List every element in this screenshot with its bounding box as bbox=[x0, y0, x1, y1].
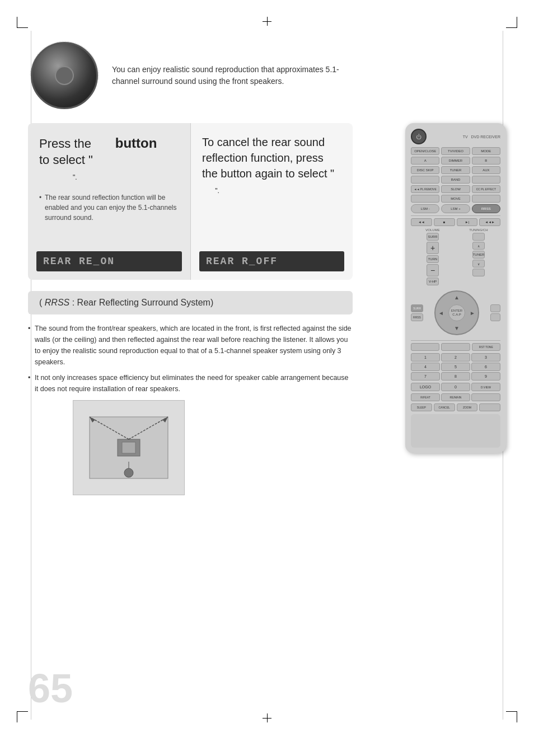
dview-btn[interactable]: D.VIEW bbox=[471, 383, 500, 391]
rear-on-display: REAR RE_ON bbox=[36, 251, 182, 271]
nav-down-arrow[interactable]: ▼ bbox=[454, 325, 460, 331]
ff-btn[interactable]: ◄◄► bbox=[479, 218, 500, 226]
num-4[interactable]: 4 bbox=[411, 363, 440, 371]
select-quote-small: ". bbox=[56, 173, 77, 181]
cancel-title-text: To cancel the rear sound reflection func… bbox=[202, 136, 334, 180]
remote-power-button[interactable]: ⏻ bbox=[411, 129, 427, 144]
dvd-transport-row: ◄◄ ■ ►| ◄◄► bbox=[411, 218, 500, 226]
num-9[interactable]: 9 bbox=[471, 372, 500, 381]
btn-extra[interactable] bbox=[471, 393, 500, 401]
num-8[interactable]: 8 bbox=[441, 372, 470, 381]
crosshair-top bbox=[263, 17, 271, 26]
rrss-abbr: RRSS bbox=[45, 298, 69, 307]
main-content: Press the button to select " ". The rear… bbox=[28, 123, 353, 495]
remote-top: ⏻ TV DVD RECEIVER bbox=[411, 129, 500, 144]
rfeat-btn[interactable]: R/FEAT bbox=[411, 393, 440, 401]
aux-btn[interactable]: AUX bbox=[472, 166, 500, 174]
rst-tone-btn[interactable]: RST TONE bbox=[472, 343, 500, 351]
rst-btn[interactable] bbox=[411, 343, 439, 351]
nav-right-btn1[interactable] bbox=[490, 304, 500, 312]
rear-off-display: REAR R_OFF bbox=[199, 251, 344, 271]
btn-blank4 bbox=[472, 195, 500, 203]
nav-circle-outer[interactable]: ▲ ▼ ◄ ► ENTERC.A.P bbox=[434, 290, 479, 335]
right-nav-area bbox=[490, 304, 500, 321]
turn-vol-btn[interactable]: TURN bbox=[427, 255, 439, 263]
corner-mark-br bbox=[506, 711, 517, 722]
vol-up-btn[interactable]: + bbox=[427, 242, 439, 254]
surr-btn[interactable]: SURR bbox=[427, 233, 439, 241]
band-btn[interactable]: BAND bbox=[441, 176, 470, 184]
speaker-logo bbox=[31, 42, 98, 109]
nav-up-arrow[interactable]: ▲ bbox=[454, 294, 460, 300]
rst-mid-btn[interactable] bbox=[441, 343, 470, 351]
zoom-btn[interactable]: ZOOM bbox=[457, 403, 478, 411]
to-select-text: to select " bbox=[39, 153, 93, 167]
num-1[interactable]: 1 bbox=[411, 353, 440, 361]
nav-area: SURR RRSS ▲ ▼ ◄ ► ENTERC.A.P bbox=[411, 288, 500, 338]
move-btn[interactable]: MOVE bbox=[441, 195, 470, 203]
lsm-minus-btn[interactable]: LSM - bbox=[411, 204, 439, 213]
num-5[interactable]: 5 bbox=[441, 363, 470, 371]
tv-video-btn[interactable]: TV/VIDEO bbox=[441, 147, 470, 155]
rrss-bullet-1: The sound from the front/rear speakers, … bbox=[28, 323, 353, 368]
sleep-btn[interactable]: SLEEP bbox=[411, 403, 432, 411]
speaker-diagram bbox=[73, 400, 185, 495]
volume-label: VOLUME bbox=[411, 228, 455, 232]
corner-mark-bl bbox=[17, 711, 28, 722]
tuning-down-btn[interactable]: ∨ bbox=[472, 260, 485, 267]
mode-btn[interactable]: MODE bbox=[472, 147, 500, 155]
surr-left-btn[interactable]: SURR bbox=[411, 304, 423, 312]
dimmer-btn[interactable]: DIMMER bbox=[441, 157, 470, 165]
nav-right-arrow[interactable]: ► bbox=[470, 310, 475, 316]
cancel-btn[interactable]: CANCEL bbox=[434, 403, 455, 411]
btn-b[interactable]: B bbox=[472, 157, 500, 165]
num-6[interactable]: 6 bbox=[471, 363, 500, 371]
pl-remove-btn[interactable]: ◄◄ PL REMOVE bbox=[411, 185, 439, 193]
tuning-blank-bot bbox=[472, 269, 485, 276]
cc-pl-effect-btn[interactable]: CC PL EFFECT bbox=[472, 185, 500, 193]
slow-btn[interactable]: SLOW bbox=[441, 185, 470, 193]
remote-row-2: A DIMMER B bbox=[411, 157, 500, 165]
logo-btn[interactable]: LOGO bbox=[411, 383, 440, 391]
rrss-left-btn[interactable]: RRSS bbox=[411, 313, 423, 321]
tuning-buttons: ∧ TUNER ∨ bbox=[457, 233, 500, 276]
press-button-heading: Press the button to select " ". bbox=[39, 134, 179, 184]
rrss-btn[interactable]: RRSS bbox=[472, 204, 500, 213]
surr-area: SURR RRSS bbox=[411, 304, 423, 321]
v-hp-btn[interactable]: V-HP bbox=[427, 278, 439, 285]
play-btn[interactable]: ►| bbox=[457, 218, 478, 226]
tuning-up-btn[interactable]: ∧ bbox=[472, 242, 485, 250]
tuning-label-area: TUNING/CH ∧ TUNER ∨ bbox=[457, 228, 500, 285]
mutelike-btn[interactable] bbox=[479, 403, 500, 411]
speaker-section: 0101010101011010101010101010101010101010… bbox=[28, 39, 353, 112]
btn-blank2 bbox=[472, 176, 500, 184]
num-7[interactable]: 7 bbox=[411, 372, 440, 381]
open-close-btn[interactable]: OPEN/CLOSE bbox=[411, 147, 439, 155]
tuner-btn[interactable]: TUNER bbox=[441, 166, 470, 174]
rear-sound-bullet: The rear sound reflection function will … bbox=[39, 192, 179, 223]
num-3[interactable]: 3 bbox=[471, 353, 500, 361]
stop-btn[interactable]: ■ bbox=[434, 218, 455, 226]
remain-btn[interactable]: RE/MAIN bbox=[441, 393, 470, 401]
nav-left-arrow[interactable]: ◄ bbox=[438, 310, 444, 316]
enter-button[interactable]: ENTERC.A.P bbox=[448, 304, 465, 321]
vol-down-btn[interactable]: − bbox=[427, 264, 439, 276]
tuner-set-btn[interactable]: TUNER bbox=[472, 251, 485, 259]
cancel-quote: ". bbox=[208, 187, 219, 195]
remote-divider-2 bbox=[411, 340, 500, 341]
rrss-title: ( RRSS : Rear Reflecting Surround System… bbox=[39, 298, 341, 308]
rewind-btn[interactable]: ◄◄ bbox=[411, 218, 432, 226]
lsm-plus-btn[interactable]: LSM + bbox=[441, 204, 470, 213]
nav-right-btn2[interactable] bbox=[490, 313, 500, 321]
remote-row-6: MOVE bbox=[411, 195, 500, 203]
num-0[interactable]: 0 bbox=[441, 383, 470, 391]
cancel-title: To cancel the rear sound reflection func… bbox=[202, 134, 341, 197]
num-2[interactable]: 2 bbox=[441, 353, 470, 361]
remote-section: ⏻ TV DVD RECEIVER OPEN/CLOSE TV/VIDEO MO… bbox=[405, 123, 512, 453]
btn-a[interactable]: A bbox=[411, 157, 439, 165]
remote-lsm-rrss-row: LSM - LSM + RRSS bbox=[411, 204, 500, 213]
rrss-title-prefix: ( bbox=[39, 298, 42, 307]
disc-skip-btn[interactable]: DISC SKIP bbox=[411, 166, 439, 174]
num-pad-bottom: LOGO 0 D.VIEW bbox=[411, 383, 500, 391]
corner-mark-tr bbox=[506, 17, 517, 28]
